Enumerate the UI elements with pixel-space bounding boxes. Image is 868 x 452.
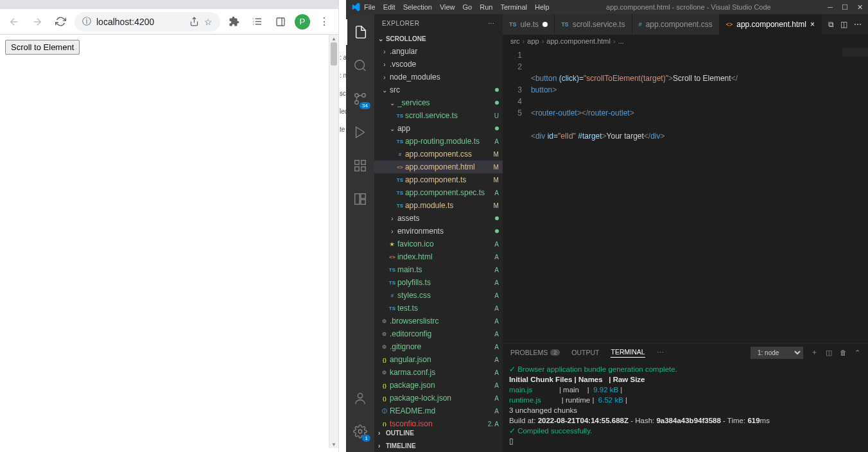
tree-item[interactable]: {}tsconfig.json2, A [374,417,503,426]
svg-rect-18 [355,194,360,205]
new-terminal-icon[interactable]: ＋ [811,348,818,357]
bookmark-icon[interactable]: ☆ [204,17,213,27]
tree-item[interactable]: {}package.jsonA [374,379,503,392]
scroll-to-element-button[interactable]: Scroll to Element [5,40,80,55]
minimize-button[interactable]: ─ [828,3,833,12]
timeline-section[interactable]: ›TIMELINE [374,439,503,452]
kill-terminal-icon[interactable]: 🗑 [840,349,847,356]
terminal-output[interactable]: ✓ Browser application bundle generation … [503,361,868,452]
scrollbar[interactable]: ▲ ▼ [329,35,338,448]
menu-file[interactable]: File [364,3,376,11]
sidebar-more-icon[interactable]: ⋯ [488,20,495,27]
terminal-tab[interactable]: TERMINAL [611,348,645,358]
scroll-thumb[interactable] [331,42,337,65]
reading-list-icon[interactable] [248,13,266,31]
tree-item[interactable]: TSapp.component.spec.tsA [374,186,503,199]
tree-item[interactable]: ›assets [374,212,503,225]
tree-item[interactable]: ⚙karma.conf.jsA [374,366,503,379]
terminal-select[interactable]: 1: node [751,347,803,359]
menubar: FileEditSelectionViewGoRunTerminalHelp [364,3,550,11]
problems-tab[interactable]: PROBLEMS2 [510,349,560,356]
tree-item[interactable]: TSpolyfills.tsA [374,276,503,289]
tree-item[interactable]: ⌄_services [374,96,503,109]
layout-icon[interactable] [346,186,374,212]
window-title: app.component.html - scrollone - Visual … [550,3,828,11]
menu-run[interactable]: Run [480,3,492,11]
tree-item[interactable]: ›.vscode [374,58,503,71]
close-window-button[interactable]: ✕ [857,3,863,12]
profile-avatar[interactable]: P [295,14,310,30]
tree-item[interactable]: ⚙.browserslistrcA [374,315,503,327]
output-tab[interactable]: OUTPUT [571,349,599,356]
scroll-down-arrow[interactable]: ▼ [329,440,338,448]
menu-view[interactable]: View [440,3,455,11]
tree-item[interactable]: <>app.component.htmlM [374,161,503,173]
reload-button[interactable] [51,13,69,31]
tree-item[interactable]: <>index.htmlA [374,250,503,263]
svg-point-11 [355,101,359,105]
compare-icon[interactable]: ⧉ [828,20,834,29]
tree-item[interactable]: ›.angular [374,45,503,58]
address-bar[interactable]: ⓘ localhost:4200 ☆ [74,12,220,31]
outline-section[interactable]: ›OUTLINE [374,426,503,439]
accounts-icon[interactable] [346,385,374,411]
tree-item[interactable]: TSapp.component.tsM [374,173,503,186]
tree-item[interactable]: ⚙.gitignoreA [374,340,503,353]
tree-item[interactable]: TSapp-routing.module.tsA [374,135,503,148]
svg-rect-17 [361,167,365,171]
tree-item[interactable]: TStest.tsA [374,302,503,315]
side-panel-icon[interactable] [272,13,290,31]
titlebar[interactable]: FileEditSelectionViewGoRunTerminalHelp a… [346,0,868,14]
split-terminal-icon[interactable]: ◫ [826,349,832,356]
chrome-tabstrip[interactable] [0,0,338,9]
svg-point-12 [355,94,359,98]
code-editor[interactable]: 12 345 <button (click)="scrollToElement(… [503,48,868,343]
chrome-menu-icon[interactable]: ⋮ [315,13,333,31]
menu-selection[interactable]: Selection [403,3,432,11]
search-icon[interactable] [346,53,374,78]
menu-edit[interactable]: Edit [383,3,395,11]
tree-item[interactable]: TSscroll.service.tsU [374,109,503,122]
run-debug-icon[interactable] [346,119,374,145]
code-lines[interactable]: <button (click)="scrollToElement(target)… [528,48,868,343]
forward-button[interactable] [28,13,46,31]
tree-item[interactable]: #styles.cssA [374,289,503,302]
share-icon[interactable] [189,17,199,26]
back-button[interactable] [5,13,23,31]
tree-item[interactable]: {}package-lock.jsonA [374,392,503,404]
tree-item[interactable]: ⌄app [374,122,503,135]
tree-item[interactable]: #app.component.cssM [374,148,503,161]
tree-item[interactable]: {}angular.jsonA [374,353,503,366]
tree-item[interactable]: ⓘREADME.mdA [374,404,503,417]
editor-tab[interactable]: TSscroll.service.ts [555,14,632,35]
site-info-icon[interactable]: ⓘ [82,16,91,28]
editor-tab[interactable]: <>app.component.html× [720,14,822,35]
split-editor-icon[interactable]: ◫ [840,20,847,29]
tree-item[interactable]: ⌄src [374,83,503,96]
editor-tab[interactable]: TSule.ts [503,14,555,35]
tree-item[interactable]: TSmain.tsA [374,263,503,276]
source-control-icon[interactable]: 34 [346,86,374,112]
minimap[interactable] [842,48,868,56]
svg-point-10 [362,94,366,98]
menu-terminal[interactable]: Terminal [500,3,527,11]
breadcrumbs[interactable]: src›app›app.component.html›... [503,35,868,48]
tree-item[interactable]: ⚙.editorconfigA [374,327,503,340]
editor-tab[interactable]: #app.component.css [632,14,720,35]
explorer-icon[interactable] [346,19,374,45]
extensions-icon[interactable] [225,13,243,31]
project-section[interactable]: ⌄SCROLLONE [374,32,503,45]
scroll-up-arrow[interactable]: ▲ [329,35,338,42]
settings-icon[interactable]: 1 [346,419,374,444]
tree-item[interactable]: ★favicon.icoA [374,238,503,250]
panel-maximize-icon[interactable]: ⌃ [855,349,860,356]
tree-item[interactable]: ›node_modules [374,71,503,83]
menu-help[interactable]: Help [535,3,550,11]
tree-item[interactable]: TSapp.module.tsM [374,199,503,212]
maximize-button[interactable]: ☐ [842,3,848,12]
editor-more-icon[interactable]: ⋯ [854,20,862,29]
tree-item[interactable]: ›environments [374,225,503,238]
panel-more-icon[interactable]: ⋯ [657,349,664,356]
extensions-icon[interactable] [346,153,374,178]
menu-go[interactable]: Go [463,3,473,11]
